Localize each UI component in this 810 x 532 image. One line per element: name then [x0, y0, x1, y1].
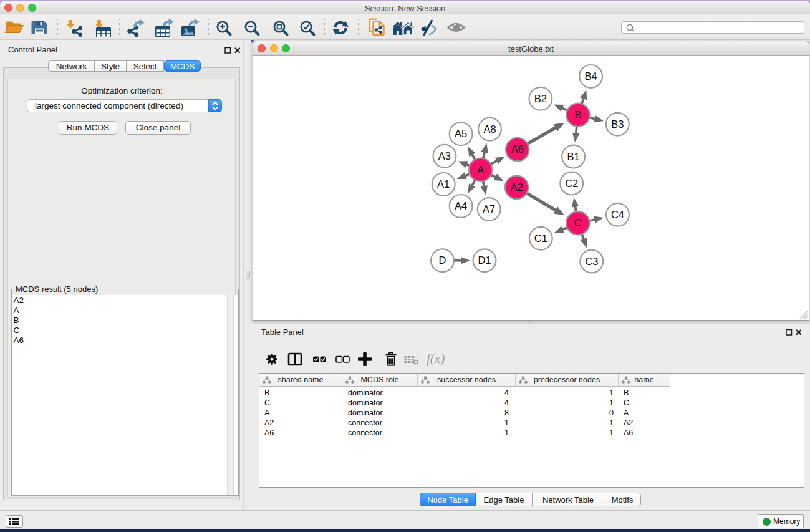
svg-text:C4: C4 — [611, 209, 624, 220]
svg-text:A: A — [477, 164, 484, 175]
svg-text:B3: B3 — [611, 118, 624, 130]
svg-text:B: B — [574, 109, 581, 120]
svg-text:C: C — [574, 217, 582, 228]
svg-text:D: D — [439, 254, 446, 266]
svg-text:A4: A4 — [455, 200, 467, 211]
svg-text:A2: A2 — [510, 181, 523, 193]
svg-text:C3: C3 — [585, 256, 598, 267]
svg-text:B1: B1 — [567, 151, 580, 162]
svg-text:A6: A6 — [511, 143, 524, 155]
svg-text:D1: D1 — [478, 254, 491, 266]
svg-text:C1: C1 — [534, 233, 547, 244]
svg-text:B4: B4 — [585, 70, 597, 82]
svg-text:A7: A7 — [483, 203, 495, 215]
svg-text:C2: C2 — [565, 178, 578, 189]
svg-text:A8: A8 — [483, 123, 496, 135]
svg-text:B2: B2 — [534, 93, 547, 104]
svg-text:A5: A5 — [455, 128, 467, 139]
svg-text:A1: A1 — [437, 178, 450, 190]
svg-text:A3: A3 — [438, 150, 451, 162]
